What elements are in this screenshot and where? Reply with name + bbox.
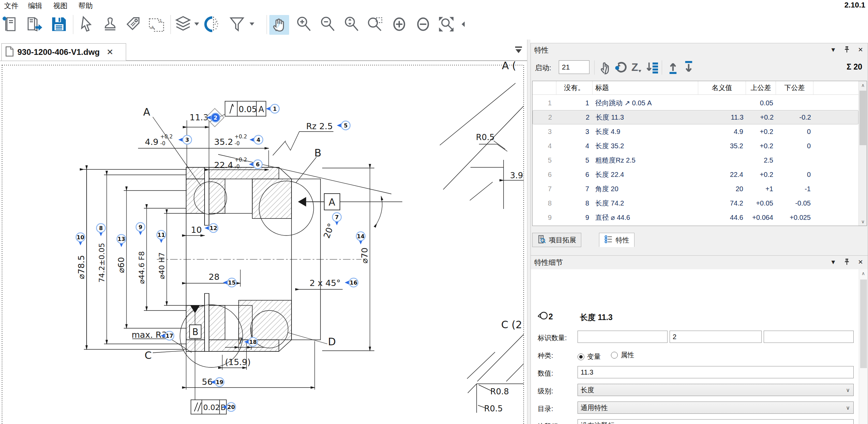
project-expand-icon bbox=[537, 235, 546, 245]
svg-text:A: A bbox=[143, 106, 150, 118]
balloon-left-group: 1 2 3 4 5 6 12 15 16 17 18 19 20 bbox=[161, 104, 358, 411]
tab-list-button[interactable] bbox=[513, 46, 524, 56]
menu-edit[interactable]: 编辑 bbox=[26, 1, 44, 11]
drawing-canvas[interactable]: 11.3 4.9 +0.2 -0 35.2 +0.2 -0 22.4 +0.2 … bbox=[0, 61, 527, 424]
catalog-select[interactable]: 通用特性∨ bbox=[578, 402, 854, 414]
tab-close-icon[interactable]: ✕ bbox=[106, 47, 113, 57]
id-count-input-3[interactable] bbox=[764, 331, 854, 343]
detail-scrollbar[interactable]: ∧ bbox=[859, 269, 868, 424]
pick-balloon-button[interactable] bbox=[598, 60, 613, 75]
tab-characteristics[interactable]: 特性 bbox=[599, 233, 634, 247]
characteristics-table: 没有。 标题 名义值 上公差 下公差 11径向跳动 ↗ 0.05 A0.05 2… bbox=[532, 81, 867, 226]
zoom-fit-button[interactable] bbox=[436, 15, 456, 35]
value-input[interactable] bbox=[578, 366, 854, 378]
svg-text:0.05: 0.05 bbox=[239, 105, 257, 114]
detail-body bbox=[531, 269, 859, 424]
table-row[interactable]: 88长度 74.274.2+0.05-0.05 bbox=[533, 196, 858, 210]
tab-project-expand[interactable]: 项目拓展 bbox=[532, 233, 581, 247]
renumber-z-button[interactable]: Z bbox=[629, 60, 645, 75]
table-row[interactable]: 55粗糙度Rz 2.52.5 bbox=[533, 153, 858, 167]
menu-help[interactable]: 帮助 bbox=[76, 1, 95, 11]
menu-view[interactable]: 视图 bbox=[51, 1, 70, 11]
col-lower[interactable]: 下公差 bbox=[776, 81, 813, 94]
document-tab[interactable]: 930-1200-406-V1.dwg ✕ bbox=[1, 43, 126, 61]
save-icon bbox=[50, 15, 68, 34]
class-select[interactable]: 长度∨ bbox=[578, 384, 854, 396]
stamp-tool-button[interactable] bbox=[100, 15, 120, 35]
zoom-dynamic-icon bbox=[343, 15, 360, 34]
radio-variable[interactable]: 变量 bbox=[578, 352, 601, 361]
decrease-button[interactable] bbox=[413, 15, 433, 35]
note-input[interactable] bbox=[578, 419, 854, 424]
scroll-up-icon[interactable]: ∧ bbox=[859, 269, 867, 277]
balloon-list-button[interactable] bbox=[645, 60, 660, 75]
renumber-rotate-button[interactable] bbox=[613, 60, 629, 75]
characteristics-icon bbox=[604, 235, 613, 245]
balloon-11: 11 bbox=[157, 230, 166, 243]
table-row[interactable]: 66长度 22.422.4+0.20 bbox=[533, 167, 858, 182]
filter-button[interactable] bbox=[227, 15, 247, 35]
svg-text:9: 9 bbox=[138, 224, 142, 230]
id-count-input-2[interactable] bbox=[670, 331, 762, 343]
balloon-8: 8 bbox=[96, 224, 105, 236]
detail-dropdown-icon[interactable]: ▼ bbox=[829, 258, 837, 266]
filter-dropdown-arrow[interactable] bbox=[250, 22, 254, 26]
col-upper[interactable]: 上公差 bbox=[746, 81, 776, 94]
panel-pin-icon[interactable] bbox=[843, 46, 851, 54]
table-row-selected[interactable]: 22长度 11.311.3+0.2-0.2 bbox=[533, 110, 858, 124]
layers-dropdown-arrow[interactable] bbox=[194, 22, 199, 26]
mirror-button[interactable] bbox=[203, 15, 223, 35]
layers-button[interactable] bbox=[173, 15, 193, 35]
table-row[interactable]: 33长度 4.94.9+0.20 bbox=[533, 124, 858, 139]
table-row[interactable]: 11径向跳动 ↗ 0.05 A0.05 bbox=[533, 96, 858, 110]
svg-text:Rz 2.5: Rz 2.5 bbox=[306, 121, 333, 131]
start-number-input[interactable] bbox=[559, 60, 589, 74]
radio-attribute-label: 属性 bbox=[620, 350, 634, 360]
scroll-up-icon[interactable]: ∧ bbox=[859, 81, 867, 89]
radio-attribute[interactable]: 属性 bbox=[611, 350, 634, 360]
table-scrollbar[interactable]: ∧ ∨ bbox=[858, 81, 867, 226]
toolbar-collapse-button[interactable] bbox=[459, 15, 468, 35]
select-tool-button[interactable] bbox=[77, 15, 97, 35]
open-file-button[interactable] bbox=[24, 15, 44, 35]
col-title[interactable]: 标题 bbox=[593, 81, 698, 94]
panel-close-icon[interactable]: ✕ bbox=[857, 46, 864, 54]
zoom-fit-icon bbox=[437, 15, 455, 34]
svg-text:D: D bbox=[328, 336, 336, 348]
zoom-out-button[interactable] bbox=[318, 15, 338, 35]
detail-close-icon[interactable]: ✕ bbox=[857, 258, 864, 266]
svg-text:C: C bbox=[145, 349, 152, 361]
import-button[interactable] bbox=[665, 60, 681, 75]
id-count-input-1[interactable] bbox=[578, 331, 668, 343]
svg-text:20°: 20° bbox=[321, 222, 336, 240]
panel-splitter[interactable] bbox=[527, 40, 530, 424]
region-select-tool-button[interactable]: 1 A bbox=[147, 15, 166, 35]
menu-file[interactable]: 文件 bbox=[2, 1, 20, 11]
pan-tool-button[interactable] bbox=[269, 15, 289, 35]
table-scrollbar-thumb[interactable] bbox=[859, 91, 866, 145]
panel-dropdown-icon[interactable]: ▼ bbox=[829, 46, 837, 54]
tab-characteristics-label: 特性 bbox=[616, 236, 629, 245]
increase-button[interactable] bbox=[389, 15, 409, 35]
tag-tool-button[interactable] bbox=[123, 15, 143, 35]
svg-text:16: 16 bbox=[350, 279, 357, 286]
zoom-dynamic-button[interactable] bbox=[342, 15, 361, 35]
balloon-16: 16 bbox=[345, 278, 358, 287]
detail-pin-icon[interactable] bbox=[843, 258, 851, 266]
detail-scrollbar-thumb[interactable] bbox=[860, 279, 867, 368]
table-row[interactable]: 77角度 2020+1-1 bbox=[533, 182, 858, 196]
zoom-in-button[interactable] bbox=[294, 15, 314, 35]
zoom-window-button[interactable] bbox=[365, 15, 385, 35]
table-row[interactable]: 44长度 35.235.2+0.20 bbox=[533, 139, 858, 153]
table-row[interactable]: 99直径 ⌀ 44.644.6+0.064+0.025 bbox=[533, 210, 858, 225]
svg-text:22.4: 22.4 bbox=[214, 160, 233, 170]
properties-panel: 特性 ▼ ✕ 启动: Z bbox=[530, 43, 868, 424]
col-nominal[interactable]: 名义值 bbox=[698, 81, 746, 94]
scroll-down-icon[interactable]: ∨ bbox=[859, 217, 867, 226]
chevron-down-icon: ∨ bbox=[846, 405, 850, 411]
save-button[interactable] bbox=[49, 15, 69, 35]
new-file-button[interactable] bbox=[1, 15, 20, 35]
svg-text:2: 2 bbox=[213, 115, 217, 121]
export-button[interactable] bbox=[681, 60, 697, 75]
col-no[interactable]: 没有。 bbox=[556, 81, 593, 94]
